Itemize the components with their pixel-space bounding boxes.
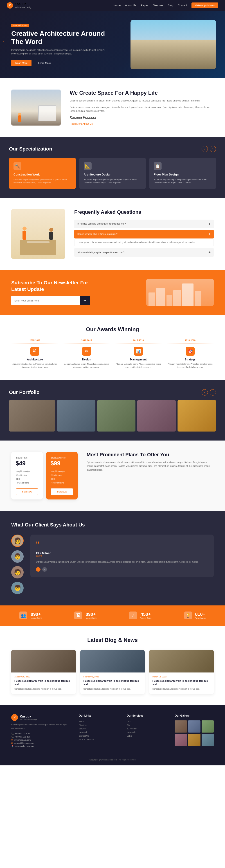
gallery-thumb-1[interactable] [188,720,200,733]
footer-link-home[interactable]: Home [79,720,118,723]
phone-icon-0: 📞 [11,733,14,735]
person-body-2 [49,232,53,240]
portfolio-next-button[interactable]: › [210,389,216,396]
faq-question-1[interactable]: Donec semper nibh et facilisi interdum ?… [74,230,214,239]
gallery-thumb-2[interactable] [202,720,214,733]
award-item-0: 2015-2016 🏛 Architecture Aliquam vulputa… [11,339,59,369]
award-icon-3: 🎯 [186,347,195,356]
footer-link-terms[interactable]: Term & Condition [79,738,118,741]
avatar-1[interactable]: 👨 [11,550,24,563]
about-text1: Ullamcorper facilisi quam. Tincidunt jus… [70,99,214,102]
blog-grid: January 10, 2022 Fusce suscipit arcu vel… [11,650,214,694]
faq-section: Frequently Asked Questions In non leo ve… [0,198,225,270]
gallery-thumb-5[interactable] [202,734,214,746]
building-silhouette [146,279,214,306]
hero-learn-more-button[interactable]: Learn More [34,60,55,66]
nav-blog[interactable]: Blog [168,4,173,7]
footer-service-research[interactable]: Research [127,731,166,734]
test-nav-dot-1[interactable]: › [42,567,47,572]
scroll-up-icon: ↑ [2,40,4,44]
blog-text-0: Senectus ridiculus adipiscing nibh nibh … [14,687,73,690]
avatar-3[interactable]: 👦 [11,582,24,594]
footer-link-about[interactable]: About Us [79,724,118,726]
portfolio-item-0[interactable]: Construction [9,400,55,432]
about-read-more-link[interactable]: Read More About Us [70,122,93,125]
footer-link-services[interactable]: Services [79,727,118,730]
faq-question-0[interactable]: In non leo vel nulla elementum congue ne… [74,220,214,228]
footer-link-research[interactable]: Research [79,731,118,734]
footer-description: Scelerisque lorem, venenatis scelerisque… [11,723,70,730]
newsletter-email-input[interactable] [11,296,79,305]
footer-contact-0: 📞 +880 01 22 3-87 [11,733,70,735]
stat-icon-1: 🏗 [74,612,82,619]
award-item-2: 2017-2018 📊 Management Aliquam vulputate… [115,339,162,369]
building-2 [156,288,165,306]
hero-read-more-button[interactable]: Read More [11,60,32,66]
person-head-1 [23,226,27,230]
stat-label-0: Happy Client [30,617,42,619]
gallery-thumb-3[interactable] [175,734,187,746]
test-nav-dot-0[interactable]: ‹ [36,567,40,572]
newsletter-section: Subscribe To Our Newsletter For Latest U… [0,270,225,315]
blog-body-1: February 5, 2022 Fusce suscipit arcu vel… [80,673,145,694]
person-head-2 [49,228,53,232]
dot-icon: ‹ [38,568,38,570]
footer-service-cad[interactable]: CAD [127,720,166,723]
footer-copyright: Copyright @ 2022 kasuua.com | All Right … [11,755,214,761]
stat-item-3: 🏆 810+ Award Wins [184,612,206,619]
nav-about[interactable]: About Us [125,4,136,7]
building-5 [182,283,193,306]
newsletter-submit-button[interactable]: → [79,296,90,305]
footer-service-leed[interactable]: LEED [127,735,166,737]
blog-card-0[interactable]: January 10, 2022 Fusce suscipit arcu vel… [11,650,76,694]
hero-building-image [130,20,216,69]
footer-service-bim[interactable]: BIM [127,724,166,726]
price-btn-basic[interactable]: Start Now [16,489,38,495]
spec-icon-2: 📋 [154,162,162,170]
nav-home[interactable]: Home [114,4,121,7]
award-divider-2 [115,344,162,344]
blog-card-2[interactable]: March 12, 2022 Fusce suscipit arcu velit… [149,650,214,694]
portfolio-prev-button[interactable]: ‹ [202,389,208,396]
portfolio-item-2[interactable]: Interior [97,400,136,432]
faq-question-2[interactable]: Aliquam nisl elit, sagittis non porttito… [74,248,214,257]
about-section: We Create Space For A Happy Life Ullamco… [0,78,225,137]
buildings [146,279,214,306]
avatar-0[interactable]: 👩 [11,534,24,547]
portfolio-item-1[interactable]: Architecture [57,400,95,432]
spec-next-button[interactable]: › [210,146,216,152]
nav-cta-button[interactable]: Make Appointment [191,2,218,8]
gallery-thumb-4[interactable] [188,734,200,746]
avatar-2[interactable]: 🧑 [11,566,24,579]
hero-title: Creative Architecture Around The Word [11,29,106,46]
logo-text: Kasuua Architecture Design [14,2,32,8]
footer-link-contact[interactable]: Contact Us [79,735,118,737]
gallery-thumb-0[interactable] [175,720,187,733]
portfolio-item-3[interactable]: Planning [137,400,176,432]
awards-grid: 2015-2016 🏛 Architecture Aliquam vulputa… [11,339,214,369]
footer-logo-sub: Architecture Design [20,718,38,720]
portfolio-header: Our Portfolio ‹ › [9,389,216,396]
portfolio-item-4[interactable]: Building [178,400,216,432]
nav-contact[interactable]: Contact [178,4,187,7]
price-feature-std-1: Web Design [51,473,73,477]
copyright-text: Copyright @ 2022 kasuua.com | All Right … [89,758,135,761]
newsletter-title: Subscribe To Our Newsletter For Latest U… [11,280,90,292]
specialization-header: Our Specialization ‹ › [9,146,216,152]
blog-card-1[interactable]: February 5, 2022 Fusce suscipit arcu vel… [80,650,145,694]
nav-services[interactable]: Services [153,4,163,7]
price-btn-standard[interactable]: Start Now [51,489,73,495]
faq-toggle-0: + [208,222,211,226]
footer-gallery-col: Our Gallery [175,714,214,748]
newsletter-content: Subscribe To Our Newsletter For Latest U… [11,280,90,305]
footer-service-3d[interactable]: 3D Render [127,727,166,730]
blog-section: Latest Blog & News January 10, 2022 Fusc… [0,626,225,705]
nav-logo[interactable]: K Kasuua Architecture Design [7,2,32,8]
nav-pages[interactable]: Pages [141,4,148,7]
spec-card-title-1: Architecture Design [84,173,141,176]
building-4 [173,290,181,306]
spec-prev-button[interactable]: ‹ [202,146,208,152]
footer-logo-name: Kasuua [20,715,38,718]
blog-image-2 [149,650,214,673]
portfolio-title: Our Portfolio [9,390,40,395]
